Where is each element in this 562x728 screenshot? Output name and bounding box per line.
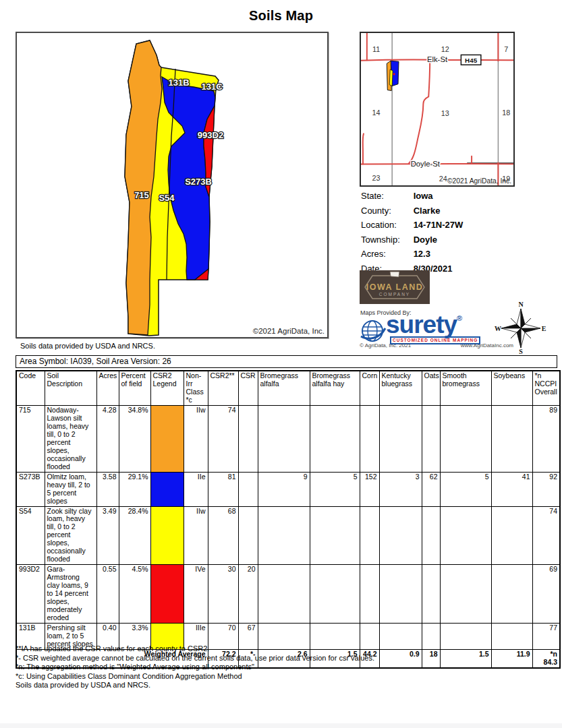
section-24: 24 [439,175,447,183]
cell-non-irr: IVe [184,565,208,624]
map-copyright: ©2021 AgriData, Inc. [253,327,325,335]
cell-kentucky-bluegrass [379,405,422,472]
usda-attribution: Soils data provided by USDA and NRCS. [20,342,155,350]
cell-bromegrass-alfalfa-hay [310,565,360,624]
cell-oats [422,565,440,624]
cell-bromegrass-alfalfa-hay: 5 [310,472,360,506]
soil-label-s273b: S273B [185,177,212,187]
cell-bromegrass-alfalfa [258,565,310,624]
cell-nccpi: 77 [532,624,560,650]
info-row-state: State: Iowa [361,191,463,206]
county-label: County: [361,206,411,216]
legend-swatch [150,506,184,565]
cell-acres: 3.49 [96,506,119,565]
page-title: Soils Map [0,8,562,24]
cell-kentucky-bluegrass: 3 [379,472,422,506]
iowa-land-text: IOWA LAND [366,282,424,292]
cell-description: Zook silty clay loam, heavy till, 0 to 2… [45,506,96,565]
cell-soybeans [491,565,532,624]
section-13: 13 [441,109,449,117]
wa-smooth-bromegrass: 1.5 [440,649,491,667]
cell-bromegrass-alfalfa [258,506,310,565]
cell-acres: 4.28 [96,405,119,472]
section-18: 18 [502,109,510,117]
col-bromegrass-alfalfa: Bromegrass alfalfa [258,371,310,405]
footnote: *- CSR weighted average cannot be calcul… [16,654,374,663]
cell-corn [360,506,379,565]
cell-csr [238,405,258,472]
info-row-township: Township: Doyle [361,235,463,249]
cell-code: S273B [16,472,45,506]
col-soybeans: Soybeans [491,371,532,405]
info-row-acres: Acres: 12.3 [361,249,463,264]
cell-percent: 28.4% [119,506,150,565]
cell-csr: 20 [238,565,258,624]
compass-n: N [518,301,524,308]
cell-csr2: 30 [208,565,238,624]
cell-oats [422,506,440,565]
legend-swatch [150,472,184,506]
cell-csr2: 74 [208,405,238,472]
location-value: 14-71N-27W [414,220,463,230]
soil-label-s54: S54 [159,193,175,203]
cell-percent: 29.1% [119,472,150,506]
township-label: Township: [361,235,411,245]
iowa-land-company-logo: IOWA LAND COMPANY [360,270,430,304]
cell-code: S54 [16,506,45,565]
area-symbol-bar: Area Symbol: IA039, Soil Area Version: 2… [16,355,557,368]
footnotes: **IA has updated the CSR values for each… [16,644,374,690]
footnote: **IA has updated the CSR values for each… [16,644,374,654]
cell-percent: 4.5% [119,565,150,624]
cell-acres: 0.55 [96,565,119,624]
col-percent: Percent of field [119,371,150,405]
cell-description: Gara-Armstrong clay loams, 9 to 14 perce… [45,565,96,624]
cell-nccpi: 92 [532,472,560,506]
state-label: State: [361,191,411,201]
cell-soybeans [491,506,532,565]
footnote: *n: The aggregation method is "Weighted … [16,663,374,672]
col-csr2-legend: CSR2 Legend [150,371,184,405]
page-bottom-edge [0,723,562,728]
acres-label: Acres: [361,249,411,259]
col-bromegrass-alfalfa-hay: Bromegrass alfalfa hay [310,371,360,405]
col-corn: Corn [360,371,379,405]
soil-label-131c: 131C [201,82,223,92]
cell-kentucky-bluegrass [379,624,422,650]
col-kentucky-bluegrass: Kentucky bluegrass [379,371,422,405]
cell-oats [422,624,440,650]
cell-non-irr: IIe [184,472,208,506]
parcel-info: State: Iowa County: Clarke Location: 14-… [361,191,463,278]
col-csr2: CSR2** [208,371,238,405]
cell-csr2: 68 [208,506,238,565]
soils-table: Code Soil Description Acres Percent of f… [16,370,561,669]
inset-copyright: ©2021 AgriData, Inc. [447,177,511,185]
agridata-copyright: © AgriData, Inc. 2021 [360,342,411,348]
soils-table-wrap: Code Soil Description Acres Percent of f… [16,370,561,669]
footnote: *c: Using Capabilities Class Dominant Co… [16,672,374,681]
state-value: Iowa [414,191,433,201]
acres-value: 12.3 [414,249,430,259]
section-12: 12 [441,45,449,53]
section-14: 14 [372,109,381,117]
cell-smooth-bromegrass: 5 [440,472,491,506]
compass-rose-icon: N S W E [494,300,548,357]
elk-st-label: Elk-St [427,55,448,63]
col-soil-description: Soil Description [45,371,96,405]
cell-corn: 152 [360,472,379,506]
table-header-row: Code Soil Description Acres Percent of f… [16,371,560,405]
table-row: S54 Zook silty clay loam, heavy till, 0 … [16,506,560,565]
cell-nccpi: 69 [532,565,560,624]
cell-smooth-bromegrass [440,506,491,565]
compass-s: S [519,348,523,354]
col-non-irr: Non-Irr Class *c [184,371,208,405]
cell-corn [360,405,379,472]
info-row-county: County: Clarke [361,206,463,220]
wa-soybeans: 11.9 [491,649,532,667]
cell-description: Olmitz loam, heavy till, 2 to 5 percent … [45,472,96,506]
soil-label-131b: 131B [168,78,189,88]
cell-kentucky-bluegrass [379,506,422,565]
cell-description: Nodaway-Lawson silt loams, heavy till, 0… [45,405,96,472]
cell-soybeans: 41 [491,472,532,506]
cell-code: 993D2 [16,565,45,624]
surety-name-text: surety [386,311,457,338]
